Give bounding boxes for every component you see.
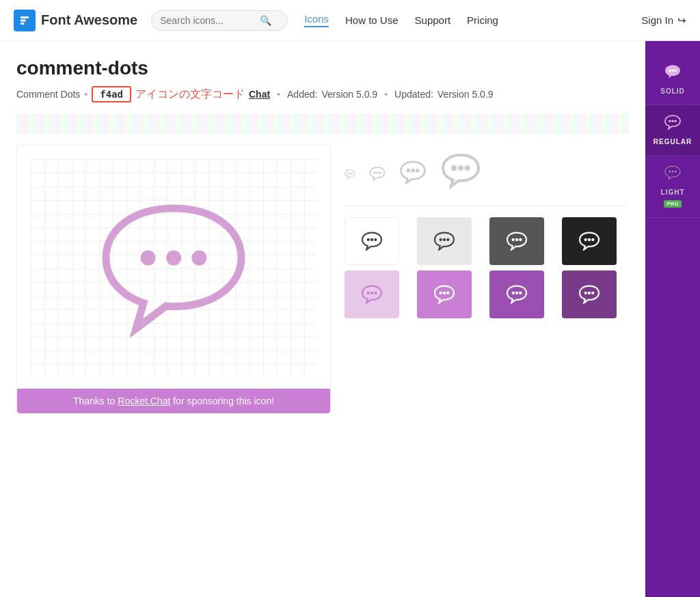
style-light[interactable]: LIGHT PRO — [645, 156, 700, 218]
svg-point-43 — [671, 120, 673, 122]
svg-point-7 — [376, 171, 378, 173]
logo-text: Font Awesome — [41, 12, 137, 28]
icon-code-badge[interactable]: f4ad — [92, 86, 131, 102]
svg-point-34 — [515, 292, 518, 294]
svg-point-38 — [591, 292, 594, 294]
sponsor-link[interactable]: Rocket.Chat — [118, 395, 170, 406]
search-icon[interactable]: 🔍 — [260, 15, 271, 26]
logo-area[interactable]: Font Awesome — [14, 10, 137, 31]
svg-point-2 — [191, 251, 206, 266]
svg-point-29 — [374, 292, 377, 294]
color-cell-light-gray[interactable] — [417, 217, 472, 265]
color-grid — [345, 217, 629, 318]
svg-point-24 — [584, 238, 587, 241]
color-cell-black[interactable] — [562, 217, 617, 265]
regular-icon — [664, 115, 682, 134]
main-nav: Icons How to Use Support Pricing — [304, 13, 498, 27]
sep3: • — [384, 89, 388, 100]
svg-point-31 — [443, 292, 446, 294]
icon-variant-lg[interactable] — [440, 153, 481, 197]
japanese-annotation-top: アイコンの文字コード — [135, 87, 245, 102]
light-icon — [664, 165, 682, 184]
svg-point-35 — [519, 292, 522, 294]
svg-point-40 — [671, 70, 673, 72]
icon-variant-xs[interactable] — [345, 169, 355, 182]
chat-link[interactable]: Chat — [249, 89, 270, 100]
color-cell-white[interactable] — [345, 217, 399, 265]
svg-point-47 — [675, 171, 676, 172]
added-version: Version 5.0.9 — [321, 89, 377, 100]
svg-point-26 — [591, 238, 594, 241]
regular-label: REGULAR — [654, 138, 692, 145]
svg-point-11 — [416, 169, 419, 172]
svg-point-18 — [440, 238, 442, 241]
svg-point-39 — [669, 70, 671, 72]
svg-point-8 — [379, 171, 381, 173]
nav-icons[interactable]: Icons — [304, 13, 329, 27]
svg-point-1 — [166, 251, 181, 266]
color-cell-light-purple[interactable] — [345, 270, 399, 318]
sep2: • — [277, 89, 280, 100]
nav-how-to-use[interactable]: How to Use — [345, 14, 399, 26]
svg-point-33 — [512, 292, 515, 294]
added-label: Added: — [287, 89, 317, 100]
svg-point-15 — [367, 238, 370, 241]
icon-variant-sm[interactable] — [369, 166, 386, 185]
svg-point-46 — [672, 171, 673, 172]
size-row — [345, 145, 629, 206]
svg-point-45 — [669, 171, 671, 172]
svg-point-9 — [407, 169, 410, 172]
svg-point-21 — [512, 238, 515, 241]
svg-point-30 — [440, 292, 442, 294]
svg-point-4 — [349, 172, 351, 173]
svg-point-13 — [458, 165, 463, 171]
color-cell-dark-gray[interactable] — [489, 217, 544, 265]
style-regular[interactable]: REGULAR — [645, 105, 700, 156]
svg-point-27 — [367, 292, 370, 294]
svg-point-37 — [588, 292, 591, 294]
sponsor-bar: Thanks to Rocket.Chat for sponsoring thi… — [17, 389, 330, 413]
color-cell-deep-purple[interactable] — [489, 270, 544, 318]
svg-point-32 — [446, 292, 449, 294]
search-input[interactable] — [160, 15, 256, 26]
svg-point-17 — [374, 238, 377, 241]
svg-point-25 — [588, 238, 591, 241]
color-cell-purple[interactable] — [417, 270, 472, 318]
style-solid[interactable]: SOLID — [645, 55, 700, 105]
svg-point-41 — [674, 70, 676, 72]
updated-label: Updated: — [394, 89, 433, 100]
search-box[interactable]: 🔍 — [151, 10, 288, 31]
svg-point-19 — [443, 238, 446, 241]
nav-pricing[interactable]: Pricing — [467, 14, 498, 26]
svg-point-42 — [669, 120, 671, 122]
svg-point-36 — [584, 292, 587, 294]
svg-point-14 — [465, 165, 470, 171]
content-area: comment-dots Comment Dots • f4ad アイコンの文字… — [0, 41, 645, 597]
icon-display-section: Thanks to Rocket.Chat for sponsoring thi… — [16, 145, 629, 414]
breadcrumb-row: Comment Dots • f4ad アイコンの文字コード Chat • Ad… — [16, 86, 629, 102]
pro-badge: PRO — [664, 200, 681, 208]
right-sidebar: SOLID REGULAR LIGHT PRO — [645, 41, 700, 597]
light-label: LIGHT — [661, 189, 685, 196]
decorative-banner — [16, 113, 629, 134]
solid-icon — [664, 64, 682, 83]
header: Font Awesome 🔍 Icons How to Use Support … — [0, 0, 700, 41]
large-icon-panel: Thanks to Rocket.Chat for sponsoring thi… — [16, 145, 331, 414]
svg-point-44 — [674, 120, 676, 122]
logo-icon — [14, 10, 36, 31]
svg-point-16 — [371, 238, 373, 241]
nav-support[interactable]: Support — [415, 14, 451, 26]
main-layout: comment-dots Comment Dots • f4ad アイコンの文字… — [0, 41, 700, 597]
svg-point-10 — [411, 169, 414, 172]
large-comment-dots-icon — [98, 200, 249, 337]
svg-point-22 — [515, 238, 518, 241]
svg-point-0 — [141, 251, 156, 266]
svg-point-28 — [371, 292, 373, 294]
icon-variant-md[interactable] — [399, 160, 427, 191]
sign-in-button[interactable]: Sign In ↪ — [641, 14, 686, 27]
svg-point-23 — [519, 238, 522, 241]
color-cell-dark-purple[interactable] — [562, 270, 617, 318]
solid-label: SOLID — [660, 87, 685, 95]
sign-in-icon: ↪ — [677, 14, 686, 27]
breadcrumb-item1: Comment Dots — [16, 89, 80, 100]
